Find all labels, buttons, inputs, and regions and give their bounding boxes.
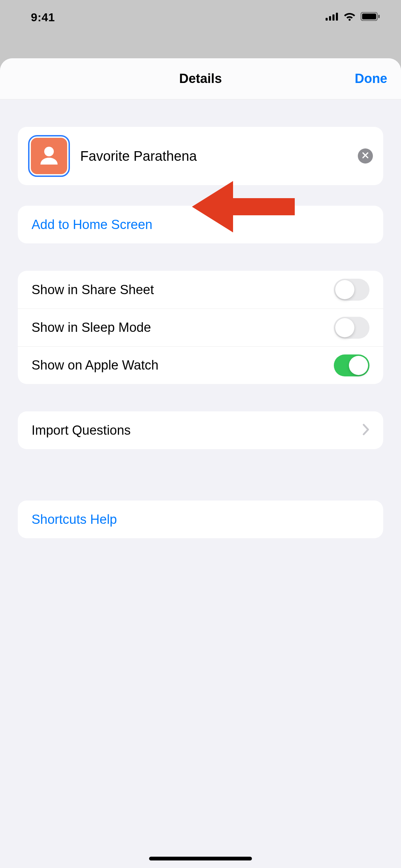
svg-rect-7 <box>378 15 380 18</box>
show-in-share-sheet-toggle[interactable] <box>334 279 369 301</box>
add-to-home-screen-button[interactable]: Add to Home Screen <box>18 206 383 243</box>
show-in-sleep-mode-row: Show in Sleep Mode <box>18 309 383 346</box>
import-questions-button[interactable]: Import Questions <box>18 411 383 449</box>
add-home-card: Add to Home Screen <box>18 206 383 243</box>
person-icon <box>37 143 61 169</box>
details-sheet: Details Done Favorite Parathena <box>0 58 401 868</box>
shortcut-icon <box>31 138 67 174</box>
close-icon <box>362 152 369 160</box>
done-button[interactable]: Done <box>355 58 387 99</box>
show-on-apple-watch-label: Show on Apple Watch <box>32 358 334 373</box>
nav-bar: Details Done <box>0 58 401 99</box>
shortcut-icon-button[interactable] <box>28 135 70 177</box>
status-bar: 9:41 <box>0 0 401 34</box>
shortcuts-help-label: Shortcuts Help <box>32 512 369 527</box>
show-in-share-sheet-label: Show in Share Sheet <box>32 282 334 297</box>
status-time: 9:41 <box>31 11 55 24</box>
svg-point-8 <box>44 147 54 156</box>
battery-icon <box>361 12 380 22</box>
svg-point-4 <box>349 19 351 21</box>
svg-rect-1 <box>329 16 331 21</box>
shortcut-card: Favorite Parathena <box>18 127 383 185</box>
svg-rect-3 <box>336 13 338 21</box>
import-questions-card: Import Questions <box>18 411 383 449</box>
svg-rect-0 <box>326 18 328 21</box>
show-in-sleep-mode-toggle[interactable] <box>334 317 369 339</box>
status-icons <box>326 12 380 22</box>
show-on-apple-watch-toggle[interactable] <box>334 354 369 376</box>
show-in-sleep-mode-label: Show in Sleep Mode <box>32 320 334 335</box>
import-questions-label: Import Questions <box>32 423 363 438</box>
shortcuts-help-button[interactable]: Shortcuts Help <box>18 501 383 538</box>
home-indicator[interactable] <box>149 857 252 860</box>
chevron-right-icon <box>363 424 369 437</box>
nav-title: Details <box>179 71 222 86</box>
clear-name-button[interactable] <box>358 148 373 164</box>
show-on-apple-watch-row: Show on Apple Watch <box>18 346 383 384</box>
help-card: Shortcuts Help <box>18 501 383 538</box>
show-in-share-sheet-row: Show in Share Sheet <box>18 271 383 309</box>
svg-rect-6 <box>362 14 376 20</box>
shortcut-row: Favorite Parathena <box>18 127 383 185</box>
cellular-icon <box>326 12 339 22</box>
add-to-home-screen-label: Add to Home Screen <box>32 217 369 232</box>
svg-rect-2 <box>332 14 335 21</box>
visibility-card: Show in Share Sheet Show in Sleep Mode S… <box>18 271 383 384</box>
shortcut-name-input[interactable]: Favorite Parathena <box>80 148 348 164</box>
wifi-icon <box>343 12 356 22</box>
